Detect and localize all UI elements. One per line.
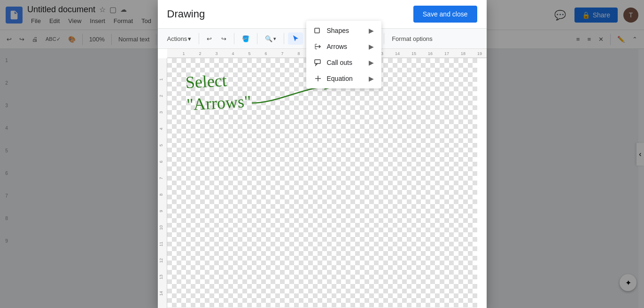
menu-item-shapes[interactable]: Shapes ▶: [306, 23, 381, 39]
svg-text:5: 5: [248, 51, 250, 56]
svg-text:4: 4: [232, 51, 234, 56]
drawing-dialog-title: Drawing: [167, 8, 205, 20]
equation-label: Equation: [327, 75, 353, 82]
shapes-label: Shapes: [327, 27, 349, 34]
canvas-text-group: Select "Arrows": [186, 70, 250, 114]
svg-text:14: 14: [159, 291, 163, 296]
draw-paint-button[interactable]: 🪣: [238, 33, 253, 45]
svg-text:6: 6: [159, 160, 163, 163]
actions-button[interactable]: Actions ▾: [163, 33, 195, 45]
menu-item-equation[interactable]: Equation ▶: [306, 71, 381, 87]
svg-text:4: 4: [159, 127, 163, 130]
callouts-icon: [314, 58, 322, 67]
canvas-select-text: Select "Arrows": [185, 68, 251, 116]
shapes-dropdown-menu: Shapes ▶ Arrows ▶ Call outs ▶: [306, 21, 381, 88]
shapes-icon: [314, 26, 322, 35]
svg-text:2: 2: [159, 95, 163, 97]
svg-text:16: 16: [427, 51, 432, 56]
svg-text:3: 3: [215, 51, 217, 56]
svg-text:8: 8: [297, 51, 300, 56]
callouts-arrow-icon: ▶: [369, 59, 374, 66]
svg-text:7: 7: [159, 177, 163, 179]
svg-text:13: 13: [159, 275, 163, 279]
svg-text:18: 18: [460, 51, 465, 56]
equation-icon: [314, 74, 322, 83]
equation-arrow-icon: ▶: [369, 75, 374, 82]
canvas-ruler-left: 1 2 3 4 5 6 7 8 9 10 11 12 13 14: [158, 58, 167, 308]
format-options-button[interactable]: Format options: [388, 33, 436, 45]
toolbar-separator-paint: [257, 33, 257, 44]
svg-text:15: 15: [411, 51, 416, 56]
canvas-content: Select "Arrows": [167, 58, 477, 308]
arrows-icon: [314, 42, 322, 51]
actions-label: Actions: [167, 35, 187, 42]
svg-text:7: 7: [281, 51, 283, 56]
callouts-label: Call outs: [327, 59, 352, 66]
draw-zoom-button[interactable]: 🔍▾: [261, 33, 280, 45]
svg-text:19: 19: [477, 51, 481, 56]
toolbar-separator-zoom: [284, 33, 284, 44]
svg-text:2: 2: [199, 51, 201, 56]
toolbar-separator-actions: [199, 33, 199, 44]
save-close-button[interactable]: Save and close: [413, 6, 477, 23]
svg-text:17: 17: [444, 51, 449, 56]
svg-text:6: 6: [264, 51, 267, 56]
arrows-arrow-icon: ▶: [369, 43, 374, 50]
svg-rect-43: [315, 28, 319, 33]
drawing-dialog: Drawing Save and close Actions ▾ ↩ ↪ 🪣 🔍…: [158, 0, 487, 308]
svg-text:11: 11: [159, 242, 163, 246]
menu-item-arrows[interactable]: Arrows ▶: [306, 39, 381, 55]
svg-text:1: 1: [159, 78, 163, 80]
actions-dropdown-arrow: ▾: [188, 35, 191, 42]
draw-undo-button[interactable]: ↩: [203, 33, 216, 45]
svg-text:10: 10: [159, 225, 163, 230]
svg-text:1: 1: [182, 51, 185, 56]
toolbar-separator-history: [234, 33, 234, 44]
svg-text:8: 8: [159, 193, 163, 196]
draw-select-button[interactable]: [288, 32, 303, 45]
shapes-arrow-icon: ▶: [369, 27, 374, 34]
toolbar-separator-tools: [384, 33, 384, 44]
svg-text:5: 5: [159, 144, 163, 146]
menu-item-callouts[interactable]: Call outs ▶: [306, 55, 381, 71]
svg-text:12: 12: [159, 258, 163, 263]
draw-redo-button[interactable]: ↪: [217, 33, 230, 45]
svg-text:9: 9: [159, 210, 163, 212]
svg-rect-44: [315, 60, 320, 63]
arrows-label: Arrows: [327, 43, 348, 50]
svg-text:3: 3: [159, 111, 163, 113]
svg-text:14: 14: [395, 51, 399, 56]
